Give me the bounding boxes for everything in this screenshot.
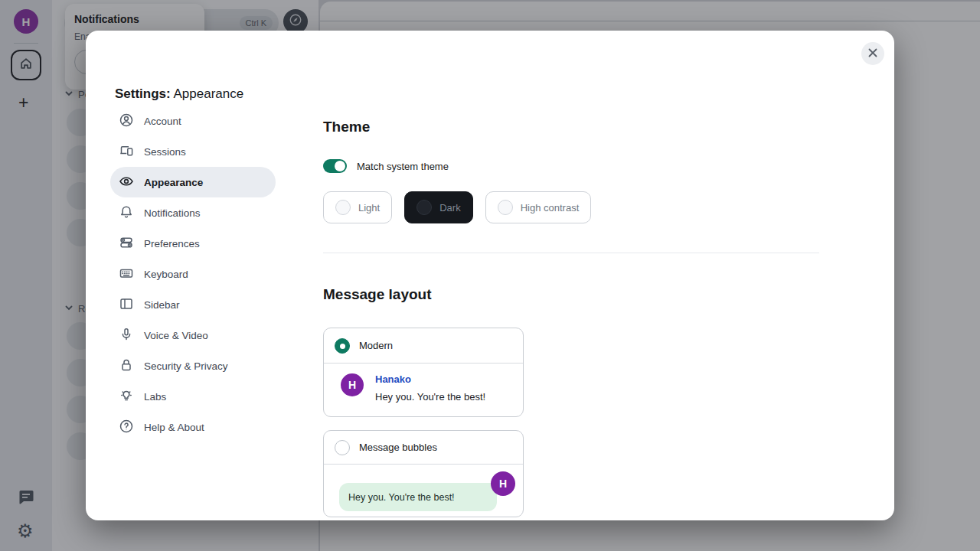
bubbles-label: Message bubbles (359, 442, 437, 453)
preview-message-text: Hey you. You're the best! (375, 391, 485, 403)
modern-label: Modern (359, 340, 393, 351)
eye-icon (119, 174, 134, 191)
theme-option-light[interactable]: Light (323, 191, 392, 223)
radio-bubbles[interactable] (335, 440, 350, 455)
match-system-theme-label: Match system theme (357, 161, 449, 172)
bubbles-preview: Hey you. You're the best! H (324, 465, 523, 517)
lock-icon (119, 357, 134, 375)
nav-item-keyboard[interactable]: Keyboard (110, 259, 276, 289)
nav-item-security-privacy[interactable]: Security & Privacy (110, 350, 276, 381)
toggles-icon (119, 235, 134, 253)
match-system-theme-row: Match system theme (323, 159, 449, 173)
message-layout-heading: Message layout (323, 286, 432, 303)
section-divider (323, 253, 819, 253)
nav-item-voice-video[interactable]: Voice & Video (110, 320, 276, 350)
nav-item-notifications[interactable]: Notifications (110, 197, 276, 228)
layout-option-modern[interactable]: Modern H Hanako Hey you. You're the best… (323, 328, 524, 417)
layout-option-bubbles[interactable]: Message bubbles Hey you. You're the best… (323, 430, 524, 517)
modern-preview: H Hanako Hey you. You're the best! (324, 364, 523, 403)
bell-icon (119, 204, 134, 222)
settings-dialog: Settings: Appearance Account (86, 31, 894, 520)
nav-item-appearance[interactable]: Appearance (110, 167, 276, 197)
bubbles-option-row: Message bubbles (324, 431, 523, 465)
theme-heading: Theme (323, 119, 370, 135)
close-icon (867, 47, 878, 60)
preview-avatar: H (341, 373, 364, 396)
theme-option-high-contrast[interactable]: High contrast (485, 191, 592, 223)
theme-options: Light Dark High contrast (323, 191, 591, 223)
dialog-title-prefix: Settings: (115, 86, 171, 101)
toggle-knob (335, 161, 345, 171)
settings-content: Theme Match system theme Light Dark High… (323, 31, 819, 520)
nav-item-account[interactable]: Account (110, 106, 276, 136)
sidebar-icon (119, 296, 134, 314)
settings-nav: Account Sessions Appearance (110, 106, 276, 442)
radio-light (335, 200, 351, 215)
nav-item-preferences[interactable]: Preferences (110, 228, 276, 259)
lightbulb-icon (119, 388, 134, 406)
radio-high-contrast (498, 200, 513, 215)
nav-item-sessions[interactable]: Sessions (110, 136, 276, 167)
match-system-theme-toggle[interactable] (323, 159, 347, 173)
nav-item-sidebar[interactable]: Sidebar (110, 289, 276, 320)
preview-avatar: H (491, 471, 515, 496)
close-button[interactable] (861, 42, 884, 65)
help-icon (119, 419, 134, 436)
preview-sender-name: Hanako (375, 373, 485, 385)
account-icon (119, 112, 134, 130)
microphone-icon (119, 327, 134, 344)
devices-icon (119, 143, 134, 161)
nav-item-help-about[interactable]: Help & About (110, 412, 276, 442)
dialog-title: Settings: Appearance (115, 86, 243, 102)
nav-item-labs[interactable]: Labs (110, 381, 276, 412)
radio-modern[interactable] (335, 338, 350, 354)
preview-message-bubble: Hey you. You're the best! (339, 483, 497, 511)
dialog-title-section: Appearance (174, 86, 244, 101)
theme-option-dark[interactable]: Dark (404, 191, 472, 223)
keyboard-icon (119, 266, 134, 283)
modern-option-row: Modern (324, 328, 523, 364)
radio-dark (416, 200, 432, 215)
